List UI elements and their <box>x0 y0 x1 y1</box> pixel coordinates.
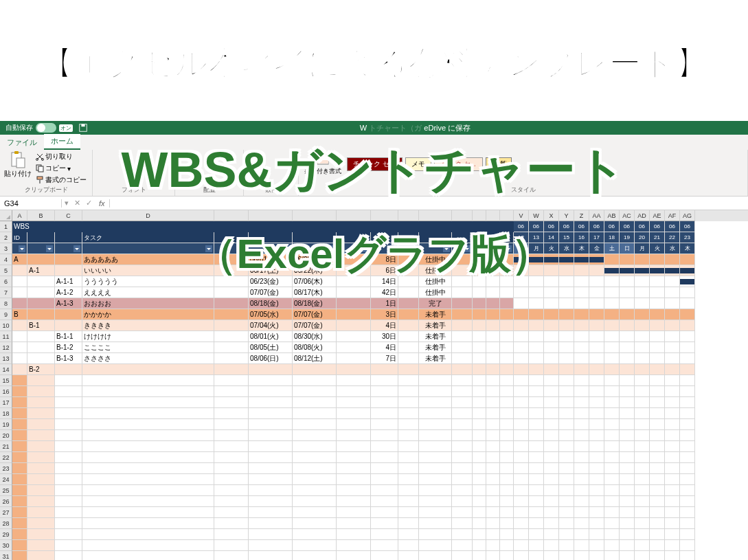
gantt-cell[interactable] <box>529 551 544 560</box>
cell[interactable] <box>293 452 337 463</box>
row-header[interactable]: 8 <box>0 298 12 309</box>
cell[interactable] <box>82 485 214 496</box>
column-header[interactable]: Z <box>574 210 589 221</box>
cell[interactable] <box>473 375 486 386</box>
gantt-cell[interactable]: 06 <box>650 221 665 232</box>
gantt-cell[interactable] <box>574 386 589 397</box>
gantt-cell[interactable] <box>650 463 665 474</box>
cell[interactable] <box>500 485 514 496</box>
gantt-cell[interactable] <box>680 408 695 419</box>
gantt-cell[interactable] <box>635 287 650 298</box>
cell[interactable] <box>419 386 452 397</box>
gantt-cell[interactable] <box>574 309 589 320</box>
cell[interactable] <box>486 485 500 496</box>
gantt-cell[interactable] <box>544 507 559 518</box>
gantt-cell[interactable] <box>529 419 544 430</box>
cell[interactable] <box>82 441 214 452</box>
gantt-cell[interactable] <box>589 441 604 452</box>
gantt-cell[interactable] <box>620 287 635 298</box>
gantt-cell[interactable] <box>620 342 635 353</box>
row-header[interactable]: 28 <box>0 518 12 529</box>
cell[interactable] <box>293 463 337 474</box>
filter-dropdown-icon[interactable] <box>46 245 53 252</box>
row-header[interactable]: 13 <box>0 353 12 364</box>
cell[interactable] <box>249 364 293 375</box>
gantt-cell[interactable] <box>665 309 680 320</box>
cell[interactable]: 完了 <box>419 298 452 309</box>
gantt-cell[interactable] <box>635 529 650 540</box>
cell[interactable] <box>473 320 486 331</box>
name-box[interactable]: G34 <box>0 199 62 208</box>
gantt-cell[interactable] <box>589 397 604 408</box>
gantt-cell[interactable] <box>529 518 544 529</box>
cell[interactable] <box>371 397 398 408</box>
cell[interactable] <box>214 298 249 309</box>
cell[interactable] <box>82 540 214 551</box>
cell[interactable] <box>486 496 500 507</box>
gantt-cell[interactable]: 23 <box>680 232 695 243</box>
row-header[interactable]: 17 <box>0 397 12 408</box>
gantt-cell[interactable]: 水 <box>665 243 680 254</box>
gantt-cell[interactable] <box>574 551 589 560</box>
cell[interactable] <box>371 474 398 485</box>
cell[interactable] <box>486 397 500 408</box>
cell[interactable] <box>452 397 473 408</box>
cell[interactable] <box>337 309 371 320</box>
gantt-cell[interactable] <box>559 518 574 529</box>
gantt-cell[interactable] <box>665 254 680 265</box>
cell[interactable] <box>371 419 398 430</box>
cell[interactable] <box>337 375 371 386</box>
cell[interactable] <box>452 507 473 518</box>
cell[interactable] <box>486 529 500 540</box>
gantt-cell[interactable] <box>635 441 650 452</box>
cell[interactable] <box>452 364 473 375</box>
gantt-cell[interactable] <box>559 375 574 386</box>
gantt-cell[interactable] <box>544 375 559 386</box>
cell[interactable] <box>27 540 55 551</box>
cell[interactable] <box>398 529 419 540</box>
cell[interactable] <box>12 265 27 276</box>
gantt-cell[interactable] <box>650 551 665 560</box>
cell[interactable] <box>486 331 500 342</box>
gantt-cell[interactable] <box>650 342 665 353</box>
gantt-cell[interactable] <box>665 298 680 309</box>
gantt-cell[interactable] <box>514 364 529 375</box>
fx-button[interactable]: fx <box>95 199 110 208</box>
gantt-cell[interactable] <box>589 353 604 364</box>
namebox-dropdown-icon[interactable]: ▾ <box>62 199 71 208</box>
cell[interactable] <box>214 485 249 496</box>
gantt-cell[interactable] <box>620 309 635 320</box>
cell[interactable] <box>337 298 371 309</box>
gantt-cell[interactable]: 金 <box>589 243 604 254</box>
gantt-cell[interactable] <box>680 276 695 287</box>
gantt-cell[interactable] <box>559 298 574 309</box>
cell[interactable]: 08/05(土) <box>249 342 293 353</box>
gantt-cell[interactable] <box>514 331 529 342</box>
cell[interactable] <box>27 441 55 452</box>
gantt-cell[interactable] <box>680 320 695 331</box>
cell[interactable] <box>249 518 293 529</box>
gantt-cell[interactable] <box>665 430 680 441</box>
gantt-cell[interactable] <box>604 353 620 364</box>
row-header[interactable]: 27 <box>0 507 12 518</box>
cell[interactable]: 30日 <box>371 331 398 342</box>
gantt-cell[interactable] <box>620 254 635 265</box>
cell[interactable] <box>398 298 419 309</box>
cell[interactable] <box>452 540 473 551</box>
cell[interactable] <box>398 408 419 419</box>
cell[interactable] <box>337 364 371 375</box>
column-header[interactable] <box>398 210 419 221</box>
cell[interactable] <box>500 342 514 353</box>
gantt-cell[interactable] <box>650 430 665 441</box>
gantt-cell[interactable] <box>665 419 680 430</box>
row-header[interactable]: 31 <box>0 551 12 560</box>
cell[interactable] <box>500 419 514 430</box>
cell[interactable] <box>486 386 500 397</box>
cell[interactable] <box>419 485 452 496</box>
cell[interactable] <box>486 419 500 430</box>
gantt-cell[interactable] <box>544 287 559 298</box>
cell[interactable] <box>27 419 55 430</box>
cell[interactable] <box>27 342 55 353</box>
gantt-cell[interactable] <box>559 386 574 397</box>
cell[interactable] <box>398 419 419 430</box>
